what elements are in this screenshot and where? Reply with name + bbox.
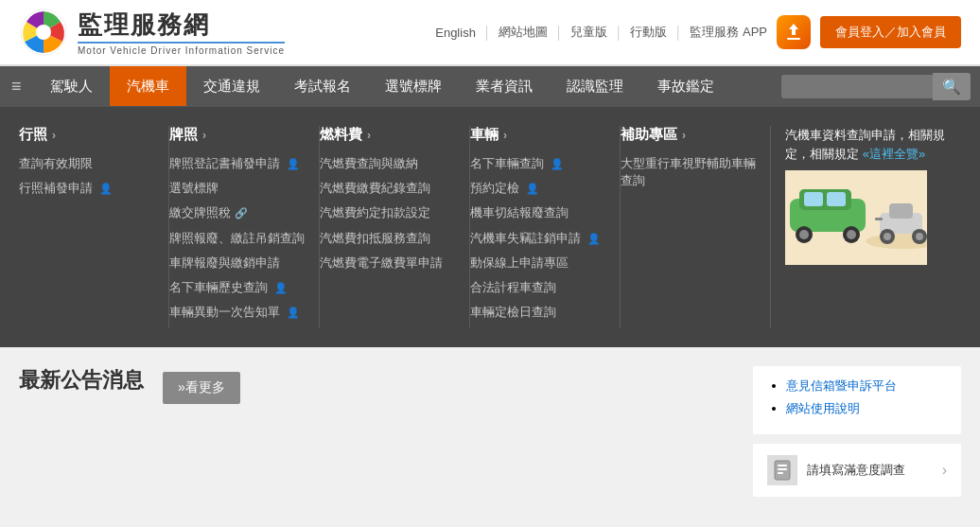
link-select-plate[interactable]: 選號標牌	[169, 180, 305, 197]
col-title-license: 行照 ›	[19, 126, 154, 144]
link-license-reissue[interactable]: 行照補發申請 👤	[19, 180, 154, 197]
svg-point-18	[916, 233, 923, 240]
link-vehicle-theft[interactable]: 汽機車失竊註銷申請 👤	[470, 230, 605, 247]
svg-rect-11	[827, 192, 846, 206]
header-right: English │ 網站地圖 │ 兒童版 │ 行動版 │ 監理服務 APP 會員…	[435, 15, 961, 49]
nav-item-business[interactable]: 業者資訊	[459, 66, 550, 106]
dropdown-col-subsidy: 補助專區 › 大型重行車視野輔助車輛查詢	[621, 126, 771, 328]
svg-rect-19	[875, 218, 883, 220]
svg-rect-24	[778, 472, 783, 474]
link-fuel-deduct[interactable]: 汽燃費扣抵服務查詢	[320, 230, 455, 247]
link-plate-tax[interactable]: 繳交牌照稅 🔗	[169, 204, 305, 221]
announcement-title: 最新公告消息	[19, 366, 144, 395]
col-title-plate: 牌照 ›	[169, 126, 305, 144]
col-title-vehicle: 車輛 ›	[470, 126, 605, 144]
svg-rect-23	[778, 468, 787, 470]
header: 監理服務網 Motor Vehicle Driver Information S…	[0, 0, 980, 66]
nav-item-plate[interactable]: 選號標牌	[368, 66, 459, 106]
section-header: 最新公告消息 »看更多	[19, 366, 734, 409]
survey-box[interactable]: 請填寫滿意度調查 ›	[753, 444, 961, 497]
logo-sub-text: Motor Vehicle Driver Information Service	[78, 42, 285, 56]
menu-icon[interactable]: ≡	[0, 77, 33, 97]
link-fuel-ebill[interactable]: 汽燃費電子繳費單申請	[320, 255, 455, 272]
dropdown-col-fuel: 燃料費 › 汽燃費查詢與繳納 汽燃費繳費紀錄查詢 汽燃費約定扣款設定 汽燃費扣抵…	[320, 126, 470, 328]
link-english[interactable]: English	[435, 26, 476, 40]
dropdown-menu: 行照 › 查詢有效期限 行照補發申請 👤 牌照 › 牌照登記書補發申請 👤 選號…	[0, 106, 980, 347]
svg-rect-10	[804, 192, 823, 206]
link-query-expiry[interactable]: 查詢有效期限	[19, 155, 154, 172]
nav-item-exam[interactable]: 考試報名	[277, 66, 368, 106]
nav-item-accident[interactable]: 事故鑑定	[640, 66, 731, 106]
link-kids[interactable]: 兒童版	[570, 24, 607, 41]
link-scooter-scrap[interactable]: 機車切結報廢查詢	[470, 204, 605, 221]
search-input[interactable]	[781, 75, 933, 98]
main-left: 最新公告消息 »看更多	[19, 366, 734, 518]
header-links: English │ 網站地圖 │ 兒童版 │ 行動版 │ 監理服務 APP	[435, 24, 767, 41]
link-plate-scrap-query[interactable]: 牌照報廢、繳註吊銷查詢	[169, 230, 305, 247]
link-plate-cancel[interactable]: 車牌報廢與繳銷申請	[169, 255, 305, 272]
link-fuel-query-pay[interactable]: 汽燃費查詢與繳納	[320, 155, 455, 172]
link-sitemap[interactable]: 網站地圖	[499, 24, 548, 41]
survey-icon	[767, 455, 797, 485]
sidebar-links: 意見信箱暨申訴平台 網站使用說明	[753, 366, 961, 434]
link-app[interactable]: 監理服務 APP	[690, 24, 767, 41]
sidebar-link-feedback[interactable]: 意見信箱暨申訴平台	[786, 378, 897, 393]
survey-arrow-icon: ›	[942, 462, 947, 479]
login-button[interactable]: 會員登入／加入會員	[820, 16, 961, 48]
main-content: 最新公告消息 »看更多 意見信箱暨申訴平台 網站使用說明 請填寫滿意度調查 ›	[0, 347, 980, 527]
link-truck-vision[interactable]: 大型重行車視野輔助車輛查詢	[621, 155, 756, 189]
svg-rect-2	[787, 38, 800, 40]
link-reserve-inspect[interactable]: 預約定檢 👤	[470, 180, 605, 197]
app-store-icon	[777, 15, 811, 49]
nav-item-driver[interactable]: 駕駛人	[33, 66, 110, 106]
survey-text: 請填寫滿意度調查	[807, 462, 905, 479]
nav-search: 🔍	[781, 73, 980, 100]
link-fuel-auto-pay[interactable]: 汽燃費約定扣款設定	[320, 204, 455, 221]
dropdown-col-vehicle: 車輛 › 名下車輛查詢 👤 預約定檢 👤 機車切結報廢查詢 汽機車失竊註銷申請 …	[470, 126, 621, 328]
dropdown-col-license: 行照 › 查詢有效期限 行照補發申請 👤	[19, 126, 169, 328]
link-mobile[interactable]: 行動版	[630, 24, 667, 41]
col-title-subsidy: 補助專區 ›	[621, 126, 756, 144]
col-title-fuel: 燃料費 ›	[320, 126, 455, 144]
link-inspect-date[interactable]: 車輛定檢日查詢	[470, 304, 605, 321]
dropdown-col-plate: 牌照 › 牌照登記書補發申請 👤 選號標牌 繳交牌照稅 🔗 牌照報廢、繳註吊銷查…	[169, 126, 320, 328]
svg-rect-14	[889, 203, 913, 219]
link-vehicle-notice[interactable]: 車輛異動一次告知單 👤	[169, 304, 305, 321]
svg-point-1	[36, 25, 51, 40]
link-vehicle-query[interactable]: 名下車輛查詢 👤	[470, 155, 605, 172]
nav-bar: ≡ 駕駛人 汽機車 交通違規 考試報名 選號標牌 業者資訊 認識監理 事故鑑定 …	[0, 66, 980, 106]
search-button[interactable]: 🔍	[933, 73, 971, 100]
more-button[interactable]: »看更多	[163, 372, 240, 404]
logo-text: 監理服務網 Motor Vehicle Driver Information S…	[78, 9, 285, 56]
link-legal-taxi[interactable]: 合法計程車查詢	[470, 279, 605, 296]
sidebar-link-usage[interactable]: 網站使用說明	[786, 401, 860, 415]
logo-icon	[19, 8, 68, 57]
logo-main-text: 監理服務網	[78, 9, 285, 42]
link-plate-reissue[interactable]: 牌照登記書補發申請 👤	[169, 155, 305, 172]
svg-point-16	[884, 233, 891, 240]
nav-item-knowledge[interactable]: 認識監理	[550, 66, 640, 106]
svg-rect-22	[778, 465, 787, 466]
nav-item-vehicle[interactable]: 汽機車	[110, 66, 186, 106]
svg-point-9	[847, 230, 856, 239]
car-image	[785, 170, 927, 265]
nav-item-traffic[interactable]: 交通違規	[186, 66, 277, 106]
logo-area: 監理服務網 Motor Vehicle Driver Information S…	[19, 8, 285, 57]
svg-point-7	[799, 230, 809, 239]
link-vehicle-history[interactable]: 名下車輛歷史查詢 👤	[169, 279, 305, 296]
link-pet-online[interactable]: 動保線上申請專區	[470, 255, 605, 272]
image-col-link[interactable]: «這裡全覽»	[863, 147, 925, 161]
link-fuel-record[interactable]: 汽燃費繳費紀錄查詢	[320, 180, 455, 197]
main-right: 意見信箱暨申訴平台 網站使用說明 請填寫滿意度調查 ›	[753, 366, 961, 518]
dropdown-image-col: 汽機車資料查詢申請，相關規定，相關規定 «這裡全覽»	[771, 126, 961, 328]
image-col-title: 汽機車資料查詢申請，相關規定，相關規定 «這裡全覽»	[785, 126, 961, 163]
